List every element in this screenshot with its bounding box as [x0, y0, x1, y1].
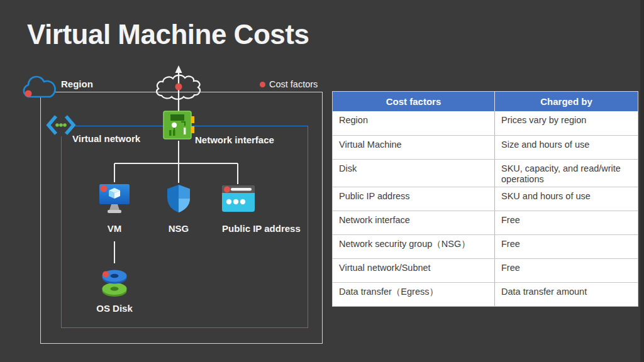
cost-table-body: RegionPrices vary by regionVirtual Machi…	[333, 111, 638, 307]
cost-factor-dot	[103, 272, 109, 278]
cost-factor-cell: Network interface	[333, 211, 495, 235]
table-row: Public IP addressSKU and hours of use	[333, 187, 638, 211]
charged-by-cell: Free	[495, 211, 638, 235]
region-label: Region	[61, 79, 93, 89]
charged-by-cell: Free	[495, 259, 638, 283]
os-disk-icon	[99, 268, 130, 299]
internet-cloud-icon	[153, 63, 204, 113]
vm-label: VM	[108, 223, 122, 234]
vm-icon	[98, 181, 131, 215]
charged-by-cell: SKU and hours of use	[495, 187, 638, 211]
slide-edge	[640, 0, 644, 362]
legend-label: Cost factors	[269, 79, 318, 89]
up-arrow-icon	[175, 65, 182, 73]
cost-factor-dot	[224, 187, 230, 193]
table-row: Data transfer（Egress）Data transfer amoun…	[333, 283, 638, 307]
cost-factor-cell: Region	[333, 111, 495, 135]
table-row: DiskSKU, capacity, and read/write operat…	[333, 159, 638, 187]
table-row: Network interfaceFree	[333, 211, 638, 235]
table-row: Network security group（NSG）Free	[333, 235, 638, 259]
nsg-icon	[165, 184, 192, 214]
cost-factor-dot	[175, 84, 182, 90]
charged-by-cell: Data transfer amount	[495, 283, 638, 307]
legend-dot-icon	[260, 82, 265, 87]
slide: { "slide": { "title": "Virtual Machine C…	[0, 0, 644, 362]
cost-factor-cell: Network security group（NSG）	[333, 235, 495, 259]
charged-by-cell: SKU, capacity, and read/write operations	[495, 159, 638, 187]
public-ip-icon	[221, 185, 255, 212]
cost-factor-cell: Disk	[333, 159, 495, 187]
charged-by-cell: Free	[495, 235, 638, 259]
public-ip-label: Public IP address	[222, 223, 301, 234]
network-interface-label: Network interface	[195, 134, 274, 145]
table-header-row: Cost factors Charged by	[333, 92, 638, 112]
cost-factor-dot	[25, 90, 32, 97]
charged-by-header: Charged by	[495, 92, 638, 112]
cost-factor-cell: Public IP address	[333, 187, 495, 211]
cost-factor-cell: Virtual Machine	[333, 135, 495, 159]
charged-by-cell: Prices vary by region	[495, 111, 638, 135]
table-row: Virtual MachineSize and hours of use	[333, 135, 638, 159]
table-row: Virtual network/SubnetFree	[333, 259, 638, 283]
os-disk-label: OS Disk	[96, 303, 133, 314]
virtual-network-label: Virtual network	[72, 133, 140, 144]
charged-by-cell: Size and hours of use	[495, 135, 638, 159]
region-cloud-icon	[20, 73, 58, 104]
cost-factor-dot	[101, 185, 108, 192]
network-interface-icon	[162, 109, 196, 141]
cost-factor-cell: Data transfer（Egress）	[333, 283, 495, 307]
nsg-label: NSG	[169, 223, 189, 234]
table-row: RegionPrices vary by region	[333, 111, 638, 135]
cost-factor-cell: Virtual network/Subnet	[333, 259, 495, 283]
cost-table: Cost factors Charged by RegionPrices var…	[332, 91, 638, 307]
cost-factors-header: Cost factors	[333, 92, 495, 112]
